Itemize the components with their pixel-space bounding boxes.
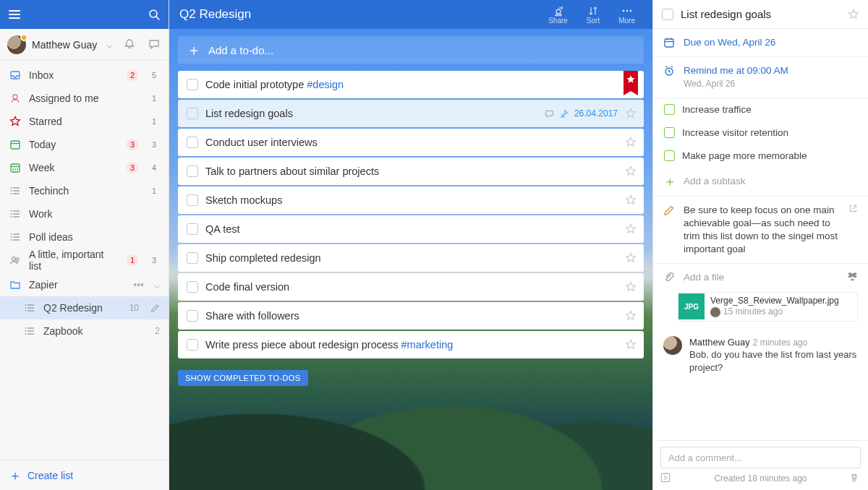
todo-item[interactable]: Write press piece about redesign process… [178,331,644,358]
task-checkbox[interactable] [662,9,673,20]
subtask-checkbox[interactable] [664,104,675,115]
star-icon[interactable] [625,137,637,148]
comment-input[interactable] [660,447,861,468]
chevron-down-icon[interactable]: ⌵ [107,40,112,50]
search-icon[interactable] [147,7,161,22]
todo-checkbox[interactable] [187,108,198,119]
more-button[interactable]: More [611,5,642,25]
user-row[interactable]: Matthew Guay ⌵ [0,29,169,61]
subtask-row[interactable]: Make page more memorable [653,145,868,168]
todo-item[interactable]: Conduct user interviews [178,129,644,156]
dropbox-icon[interactable] [847,271,858,282]
sidebar-item-zapbook[interactable]: Zapbook2 [0,319,169,343]
star-icon[interactable] [848,9,859,20]
todo-item[interactable]: Code final version [178,273,644,301]
todo-checkbox[interactable] [187,79,198,90]
trash-icon[interactable] [849,473,861,484]
pencil-icon[interactable] [150,304,160,313]
nav-list: Inbox25Assigned to me1Starred1Today33Wee… [0,61,169,460]
todo-item[interactable]: Share with followers [178,302,644,330]
star-icon [9,115,22,128]
subtask-row[interactable]: Increase visitor retention [653,121,868,145]
add-todo-input[interactable]: ＋ Add a to-do... [178,36,644,64]
chat-icon[interactable] [148,38,161,51]
star-icon[interactable] [625,252,637,264]
menu-icon[interactable] [7,7,22,22]
todo-title: Code final version [205,281,618,293]
sort-icon [587,5,599,17]
todo-item[interactable]: Code initial prototype #design [178,71,644,98]
collapse-icon[interactable] [660,473,672,484]
star-icon[interactable] [625,310,637,322]
sidebar-item-starred[interactable]: Starred1 [0,110,169,133]
sidebar-item-work[interactable]: Work [0,202,169,225]
todo-item[interactable]: Talk to partners about similar projects [178,158,644,185]
todo-checkbox[interactable] [187,223,198,235]
external-icon[interactable] [848,204,858,213]
todo-checkbox[interactable] [187,252,198,264]
todo-item[interactable]: List redesign goals26.04.2017 [178,100,644,127]
plus-icon: ＋ [663,175,676,188]
sidebar-item-a-little-important-list[interactable]: A little, important list13 [0,249,169,272]
subtask-row[interactable]: Increase traffice [653,98,868,121]
svg-point-20 [11,210,12,212]
sidebar-item-assigned-to-me[interactable]: Assigned to me1 [0,87,169,110]
count: 3 [148,139,160,150]
sidebar-item-q-redesign[interactable]: Q2 Redesign10 [0,296,169,319]
todo-checkbox[interactable] [187,137,198,148]
svg-point-41 [25,330,27,332]
todo-checkbox[interactable] [187,310,198,322]
sidebar-item-today[interactable]: Today33 [0,133,169,156]
pencil-icon [663,204,676,216]
star-icon[interactable] [625,339,637,351]
star-icon[interactable] [625,281,637,293]
show-completed-button[interactable]: SHOW COMPLETED TO-DOS [178,370,308,386]
detail-title[interactable]: List redesign goals [681,8,841,20]
todo-item[interactable]: Sketch mockups [178,186,644,214]
attached-file[interactable]: JPG Verge_S8_Review_Wallpaper.jpg 15 min… [678,292,858,322]
share-button[interactable]: Share [541,5,575,25]
create-list-button[interactable]: ＋ Create list [0,460,169,490]
comment-icon [545,109,554,119]
more-icon[interactable]: ••• [133,279,144,291]
add-todo-placeholder: Add a to-do... [208,44,273,56]
todo-item[interactable]: Ship completed redesign [178,244,644,272]
subtask-checkbox[interactable] [664,150,675,161]
sidebar-item-poll-ideas[interactable]: Poll ideas [0,225,169,249]
sidebar-item-inbox[interactable]: Inbox25 [0,64,169,87]
svg-point-46 [629,9,631,12]
star-icon[interactable] [625,108,637,119]
sidebar-folder-zapier[interactable]: Zapier•••⌵ [0,273,169,296]
add-file-row[interactable]: Add a file [653,264,868,287]
svg-point-14 [11,187,12,189]
sort-button[interactable]: Sort [579,5,607,25]
starred-ribbon[interactable] [624,71,638,91]
note-row[interactable]: Be sure to keep focus on one main achiev… [653,197,868,265]
todo-due: 26.04.2017 [574,108,618,119]
comment-author: Matthew Guay [689,337,750,348]
star-icon[interactable] [625,194,637,206]
todo-checkbox[interactable] [187,166,198,177]
user-name: Matthew Guay [32,39,101,51]
file-name: Verge_S8_Review_Wallpaper.jpg [710,296,851,307]
star-icon[interactable] [625,166,637,177]
bell-icon[interactable] [124,38,137,51]
due-date-text: Due on Wed, April 26 [684,36,858,49]
inbox-icon [9,69,22,82]
due-date-row[interactable]: Due on Wed, April 26 [653,29,868,57]
sidebar-item-label: Poll ideas [29,231,160,243]
todo-checkbox[interactable] [187,339,198,351]
sidebar-item-week[interactable]: Week34 [0,156,169,179]
badge: 3 [127,139,138,150]
sidebar-item-techinch[interactable]: Techinch1 [0,179,169,202]
subtask-checkbox[interactable] [664,127,675,138]
reminder-row[interactable]: Remind me at 09:00 AM Wed, April 26 [653,57,868,98]
comment-text: Bob, do you have the list from last year… [689,348,858,374]
todo-item[interactable]: QA test [178,215,644,243]
add-subtask-row[interactable]: ＋ Add a subtask [653,168,868,196]
svg-point-15 [11,190,12,192]
star-icon[interactable] [625,223,637,235]
todo-checkbox[interactable] [187,194,198,206]
todo-checkbox[interactable] [187,281,198,293]
chevron-down-icon[interactable]: ⌵ [154,279,160,291]
